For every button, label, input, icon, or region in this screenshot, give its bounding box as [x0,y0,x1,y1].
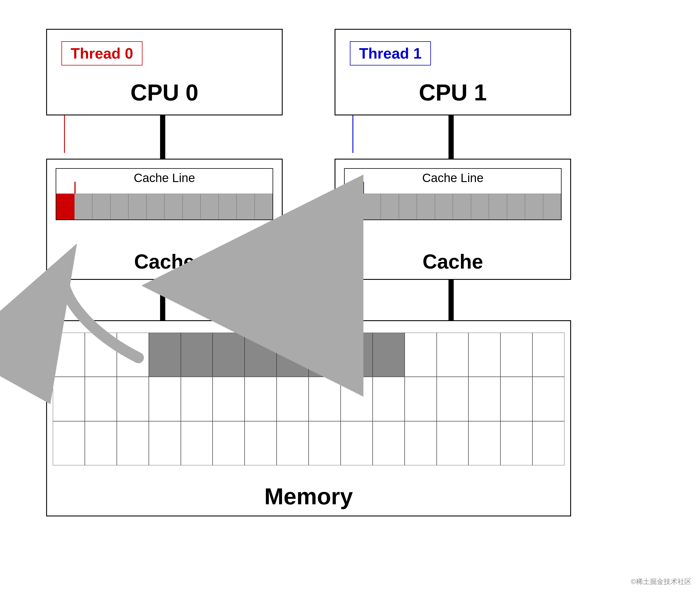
mem-r2c5 [212,377,245,421]
cache0-cell-8 [200,194,218,219]
memory-grid [53,333,564,465]
mem-r3c8 [309,421,341,465]
mem-r3c7 [277,421,309,465]
mem-r3c2 [117,421,149,465]
cache1-cell-8 [489,194,507,219]
mem-r1c7 [277,333,309,377]
mem-r3c15 [533,421,564,465]
cache1-cell-5 [435,194,453,219]
mem-r1c13 [468,333,500,377]
thread0-label: Thread 0 [61,41,143,65]
diagram-container: Thread 0 CPU 0 Thread 1 CPU 1 Cache Line [29,14,663,577]
cache1-cell-11 [543,194,561,219]
cache0-label: Cache [134,250,195,273]
mem-r3c1 [85,421,117,465]
mem-r3c11 [405,421,437,465]
cache1-cell-9 [507,194,525,219]
cache0-cell-2 [92,194,110,219]
mem-r3c4 [181,421,213,465]
mem-r1c5 [212,333,245,377]
mem-r1c8 [309,333,341,377]
memory-box: Memory [46,320,571,516]
mem-r1c12 [437,333,469,377]
mem-r1c4 [181,333,213,377]
cache1-memory-connector [449,280,454,323]
cpu1-cache1-connector [449,115,454,161]
cache1-line-label: Cache Line [422,171,484,185]
cache0-cells [56,194,272,219]
mem-r1c2 [117,333,149,377]
cpu0-box: Thread 0 CPU 0 [46,29,283,115]
cache0-cell-7 [183,194,201,219]
cache0-memory-connector [160,280,165,323]
mem-r1c10 [372,333,405,377]
mem-r3c0 [53,421,85,465]
cache1-cell-3 [399,194,417,219]
mem-r3c13 [468,421,500,465]
memory-label: Memory [264,483,353,510]
mem-r3c5 [212,421,245,465]
cache0-cell-10 [237,194,255,219]
cache1-cell-0 [345,194,363,219]
cache0-cell-5 [147,194,165,219]
mem-r1c0 [53,333,85,377]
cpu0-cache0-connector [160,115,165,161]
mem-r1c3 [149,333,181,377]
thread1-label: Thread 1 [350,41,431,65]
mem-r1c14 [500,333,533,377]
mem-r2c10 [372,377,405,421]
mem-r2c2 [117,377,149,421]
mem-r2c4 [181,377,213,421]
cache1-cells [345,194,561,219]
cache0-cell-1 [74,194,93,219]
mem-r3c6 [245,421,277,465]
cpu0-label: CPU 0 [130,79,198,106]
mem-r3c12 [437,421,469,465]
mem-r2c6 [245,377,277,421]
mem-r2c8 [309,377,341,421]
cache1-box: Cache Line Cache [335,159,571,280]
cpu1-box: Thread 1 CPU 1 [335,29,571,115]
cache1-cell-2 [381,194,399,219]
cache1-cell-7 [471,194,489,219]
mem-r3c14 [500,421,533,465]
mem-r2c13 [468,377,500,421]
cache1-cell-4 [417,194,435,219]
mem-r3c10 [372,421,405,465]
cache0-box: Cache Line Cache [46,159,283,280]
cache0-line-box: Cache Line [56,168,273,220]
cache1-label: Cache [422,250,483,273]
thread0-text: Thread 0 [71,45,133,62]
cache0-cell-3 [110,194,129,219]
cache0-cell-9 [218,194,237,219]
mem-r2c9 [341,377,372,421]
cache1-cell-6 [453,194,471,219]
thread1-text: Thread 1 [359,45,422,62]
cache0-cell-11 [255,194,273,219]
mem-r1c11 [405,333,437,377]
cache0-cell-0 [56,194,74,219]
cache1-cell-1 [363,194,381,219]
mem-r1c9 [341,333,372,377]
mem-r2c15 [533,377,564,421]
mem-r2c11 [405,377,437,421]
watermark: ©稀土掘金技术社区 [631,577,691,586]
mem-r1c1 [85,333,117,377]
mem-r2c3 [149,377,181,421]
cache1-line-box: Cache Line [344,168,561,220]
cache0-cell-4 [128,194,147,219]
cache0-line-label: Cache Line [134,171,195,185]
mem-r2c12 [437,377,469,421]
mem-r2c0 [53,377,85,421]
cache0-cell-6 [164,194,183,219]
cpu1-label: CPU 1 [419,79,487,106]
mem-r3c9 [341,421,372,465]
mem-r2c14 [500,377,533,421]
mem-r1c15 [533,333,564,377]
mem-r1c6 [245,333,277,377]
mem-r2c7 [277,377,309,421]
cache1-cell-10 [525,194,543,219]
mem-r3c3 [149,421,181,465]
mem-r2c1 [85,377,117,421]
